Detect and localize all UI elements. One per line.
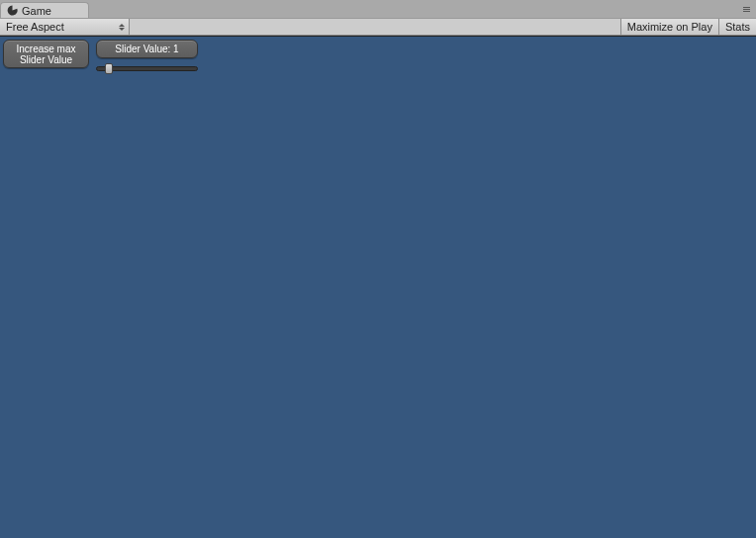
value-slider[interactable] xyxy=(96,63,198,73)
aspect-dropdown[interactable]: Free Aspect xyxy=(0,19,130,35)
maximize-on-play-button[interactable]: Maximize on Play xyxy=(620,19,718,35)
game-tab-label: Game xyxy=(22,5,51,17)
pacman-icon xyxy=(7,5,18,16)
stats-button[interactable]: Stats xyxy=(718,19,756,35)
game-toolbar: Free Aspect Maximize on Play Stats xyxy=(0,18,756,36)
maximize-label: Maximize on Play xyxy=(627,21,712,33)
aspect-dropdown-label: Free Aspect xyxy=(6,21,64,33)
slider-value-display[interactable]: Slider Value: 1 xyxy=(96,40,198,58)
game-viewport: Increase max Slider Value Slider Value: … xyxy=(0,36,756,538)
increase-max-slider-button[interactable]: Increase max Slider Value xyxy=(3,40,89,68)
window-menu-icon[interactable] xyxy=(740,4,752,14)
slider-value-label: Slider Value: 1 xyxy=(115,44,178,54)
slider-handle[interactable] xyxy=(105,63,113,74)
tab-strip: Game xyxy=(0,0,756,18)
dropdown-arrows-icon xyxy=(119,24,125,31)
toolbar-spacer xyxy=(130,19,620,35)
increase-button-label: Increase max Slider Value xyxy=(16,44,75,65)
stats-label: Stats xyxy=(725,21,750,33)
game-tab[interactable]: Game xyxy=(0,2,89,18)
